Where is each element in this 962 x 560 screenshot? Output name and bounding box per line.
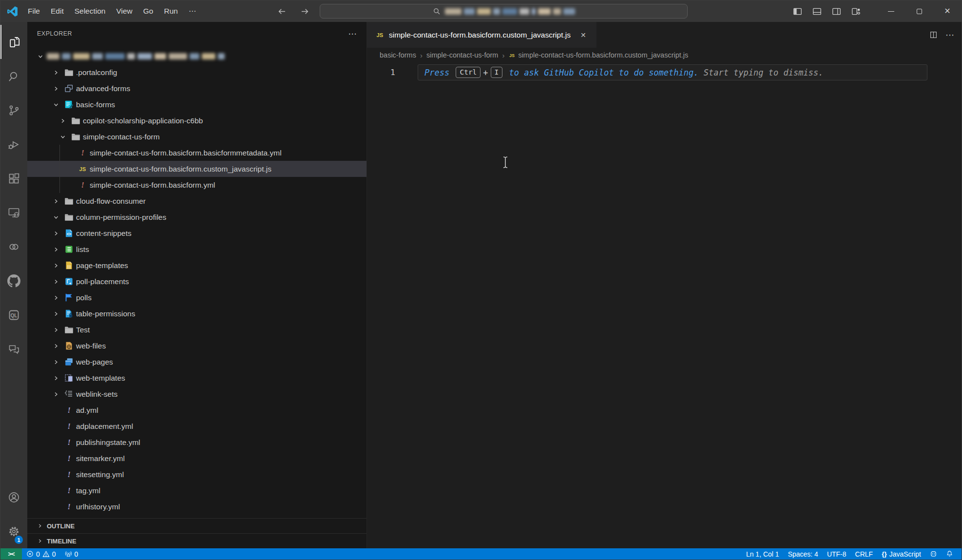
tree-item-simple-contact-us-form[interactable]: simple-contact-us-form [27,129,366,145]
breadcrumb-item-simple-contact-us-form-basicform-custom-javascript-js[interactable]: JSsimple-contact-us-form.basicform.custo… [508,51,688,59]
menu-bar: FileEditSelectionViewGoRun⋯ [22,0,201,22]
tree-item-basic-forms[interactable]: basic-forms [27,97,366,113]
status-encoding[interactable]: UTF-8 [823,548,851,560]
tree-item-label: lists [76,245,89,254]
tree-item-web-pages[interactable]: web-pages [27,354,366,370]
tree-item-copilot-scholarship-application-c6bb[interactable]: copilot-scholarship-application-c6bb [27,113,366,129]
tree-item-advanced-forms[interactable]: advanced-forms [27,80,366,97]
command-center-search[interactable] [320,4,688,19]
breadcrumb-label: simple-contact-us-form [426,51,498,59]
page-templates-icon [62,261,75,270]
activity-remote-explorer[interactable] [0,195,27,230]
activity-accounts[interactable] [0,480,27,514]
status-language-mode[interactable]: {}JavaScript [877,548,925,560]
menu-selection[interactable]: Selection [69,4,111,19]
hint-text: Press [424,68,454,77]
tree-item-column-permission-profiles[interactable]: column-permission-profiles [27,209,366,225]
menu-more[interactable]: ⋯ [183,4,202,19]
activity-search[interactable] [0,59,27,93]
tree-item-sitemarker-yml[interactable]: !sitemarker.yml [27,450,366,466]
activity-comments[interactable] [0,332,27,366]
toggle-secondary-sidebar-button[interactable] [827,0,846,22]
activity-power-platform[interactable] [0,230,27,264]
js-icon: JS [508,52,516,59]
folder-icon [62,196,75,206]
editor-content[interactable]: 1 Press Ctrl+I to ask GitHub Copilot to … [367,62,962,548]
tree-item-web-templates[interactable]: web-templates [27,370,366,386]
forward-arrow-icon[interactable] [300,7,309,16]
menu-view[interactable]: View [111,4,137,19]
hint-text: Start typing to dismiss. [704,68,824,77]
tree-item-web-files[interactable]: web-files [27,338,366,354]
pane-timeline[interactable]: TIMELINE [27,533,366,548]
activity-source-control[interactable] [0,93,27,127]
customize-layout-button[interactable] [846,0,866,22]
activity-settings[interactable]: 1 [0,514,27,548]
tree-item-tag-yml[interactable]: !tag.yml [27,483,366,499]
breadcrumb-item-basic-forms[interactable]: basic-forms [380,51,416,59]
chevron-collapsed-icon [50,294,62,302]
svg-text:<>: <> [66,232,71,236]
tab-close-icon[interactable]: ✕ [578,30,589,40]
chevron-collapsed-icon [50,197,62,205]
breadcrumb-separator: › [502,51,504,59]
tree-item-test[interactable]: Test [27,322,366,338]
editor-more-actions-icon[interactable]: ⋯ [945,30,955,40]
tree-item-page-templates[interactable]: page-templates [27,257,366,273]
tab-custom-javascript[interactable]: JS simple-contact-us-form.basicform.cust… [367,22,596,48]
pane-outline[interactable]: OUTLINE [27,518,366,533]
remote-indicator[interactable]: >< [0,548,22,560]
tree-item-lists[interactable]: lists [27,241,366,257]
tree-item-label: simple-contact-us-form.basicform.custom_… [90,165,271,174]
activity-extensions[interactable] [0,161,27,195]
keycap-ctrl: Ctrl [456,67,481,78]
explorer-more-actions[interactable]: ⋯ [348,29,357,39]
tree-item-urlhistory-yml[interactable]: !urlhistory.yml [27,499,366,515]
close-button[interactable]: ✕ [933,0,962,22]
minimize-button[interactable] [877,0,905,22]
status-eol[interactable]: CRLF [851,548,878,560]
tree-item-cloud-flow-consumer[interactable]: cloud-flow-consumer [27,193,366,209]
menu-file[interactable]: File [22,4,45,19]
split-editor-icon[interactable] [929,31,938,39]
tree-root-folder[interactable] [27,48,366,64]
maximize-button[interactable] [905,0,933,22]
breadcrumb-item-simple-contact-us-form[interactable]: simple-contact-us-form [426,51,498,59]
breadcrumb-label: simple-contact-us-form.basicform.custom_… [518,51,688,59]
tree-item-content-snippets[interactable]: <>content-snippets [27,225,366,241]
tree-item-adplacement-yml[interactable]: !adplacement.yml [27,418,366,434]
status-notifications[interactable] [942,548,958,560]
activity-explorer[interactable] [0,25,27,59]
tree-item-simple-contact-us-form-basicform-basicformmetadata-yml[interactable]: !simple-contact-us-form.basicform.basicf… [27,145,366,161]
tree-item-portalconfig[interactable]: .portalconfig [27,64,366,80]
status-cursor-position[interactable]: Ln 1, Col 1 [742,548,784,560]
menu-run[interactable]: Run [158,4,183,19]
menu-go[interactable]: Go [138,4,159,19]
tree-item-simple-contact-us-form-basicform-custom-javascript-js[interactable]: JSsimple-contact-us-form.basicform.custo… [27,161,366,177]
tree-item-table-permissions[interactable]: table-permissions [27,306,366,322]
file-tree: .portalconfigadvanced-formsbasic-formsco… [27,45,366,518]
js-icon: JS [76,164,89,174]
status-indentation[interactable]: Spaces: 4 [784,548,823,560]
back-arrow-icon[interactable] [277,7,287,16]
activity-github[interactable] [0,264,27,298]
tree-item-weblink-sets[interactable]: weblink-sets [27,386,366,402]
toggle-primary-sidebar-button[interactable] [788,0,807,22]
tree-item-poll-placements[interactable]: poll-placements [27,273,366,290]
tree-item-label: urlhistory.yml [76,502,120,511]
toggle-panel-button[interactable] [807,0,827,22]
tree-item-ad-yml[interactable]: !ad.yml [27,402,366,418]
svg-text:JS: JS [376,32,383,38]
activity-codeql[interactable]: QL [0,298,27,332]
status-copilot[interactable] [925,548,942,560]
activity-run-and-debug[interactable] [0,127,27,161]
tree-item-simple-contact-us-form-basicform-yml[interactable]: !simple-contact-us-form.basicform.yml [27,177,366,193]
status-problems[interactable]: 00 [22,548,60,560]
tree-item-polls[interactable]: polls [27,290,366,306]
yaml-icon: ! [62,486,75,495]
menu-edit[interactable]: Edit [45,4,69,19]
tree-item-sitesetting-yml[interactable]: !sitesetting.yml [27,466,366,483]
status-ports[interactable]: 0 [60,548,83,560]
chevron-collapsed-icon [50,342,62,350]
tree-item-publishingstate-yml[interactable]: !publishingstate.yml [27,434,366,450]
